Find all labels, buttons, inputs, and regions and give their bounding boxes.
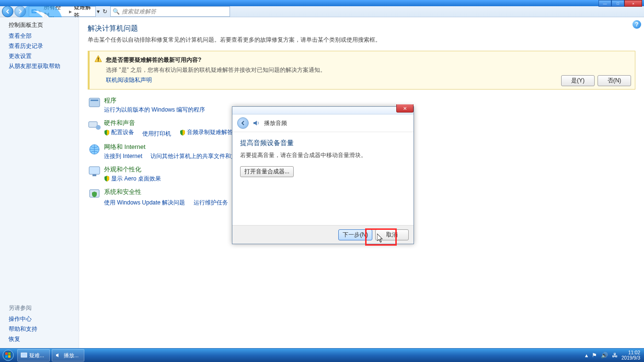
sidebar-also-help[interactable]: 帮助和支持 (9, 325, 37, 333)
dialog-description: 若要提高音量，请在音量合成器中移动音量滑块。 (240, 151, 406, 159)
sidebar-link-settings[interactable]: 更改设置 (9, 52, 79, 60)
svg-rect-19 (21, 353, 27, 357)
dialog-titlebar[interactable]: ✕ (232, 107, 414, 114)
taskbar-item-troubleshoot[interactable]: 疑难... (17, 349, 50, 362)
sidebar-link-view-all[interactable]: 查看全部 (9, 32, 79, 40)
banner-privacy-link[interactable]: 联机阅读隐私声明 (106, 76, 629, 84)
dialog-body: 提高音频设备音量 若要提高音量，请在音量合成器中移动音量滑块。 打开音量合成器.… (232, 132, 414, 184)
link-maintenance[interactable]: 运行维护任务 (194, 199, 228, 207)
system-tray[interactable]: ▴ ⚑ 🔊 🖧 11:02 2019/9/3 (585, 350, 644, 361)
link-windows-update[interactable]: 使用 Windows Update 解决问题 (104, 199, 185, 207)
svg-rect-11 (89, 167, 100, 174)
sidebar-link-history[interactable]: 查看历史记录 (9, 42, 79, 50)
svg-rect-6 (89, 98, 100, 107)
nav-forward-button[interactable] (14, 6, 26, 17)
window-maximize-button[interactable]: □ (611, 0, 624, 7)
banner-no-button[interactable]: 否(N) (598, 75, 631, 86)
svg-rect-18 (8, 355, 11, 358)
window-titlebar: — □ × (0, 0, 644, 6)
svg-rect-7 (91, 100, 98, 101)
tray-network-icon[interactable]: 🖧 (612, 352, 618, 359)
dialog-footer: 下一步(N) 取消 (232, 225, 414, 244)
window-close-button[interactable]: × (624, 0, 642, 7)
dialog-back-button[interactable] (237, 117, 249, 129)
search-input[interactable]: 🔍 搜索疑难解答 (110, 6, 230, 17)
link-audio-record-troubleshoot[interactable]: 音频录制疑难解答 (180, 128, 233, 136)
dialog-cancel-button[interactable]: 取消 (375, 229, 409, 240)
network-icon (88, 143, 101, 156)
dialog-next-button[interactable]: 下一步(N) (338, 229, 372, 240)
sidebar-header: 控制面板主页 (9, 21, 79, 29)
programs-icon (88, 96, 101, 110)
svg-point-9 (96, 125, 101, 130)
dialog-title: 提高音频设备音量 (240, 139, 406, 147)
hardware-icon (88, 119, 101, 132)
page-subtitle: 单击某个任务以自动排除和修复常见的计算机问题。若要查看更多的故障修复方案，请单击… (88, 36, 635, 44)
open-volume-mixer-button[interactable]: 打开音量合成器... (240, 166, 294, 177)
sidebar: 控制面板主页 查看全部 查看历史记录 更改设置 从朋友那里获取帮助 另请参阅 操… (0, 17, 79, 349)
breadcrumb[interactable]: ▸ 所有控制... ▸ 疑难解答 (29, 6, 96, 17)
link-run-legacy-programs[interactable]: 运行为以前版本的 Windows 编写的程序 (104, 106, 205, 114)
link-connect-internet[interactable]: 连接到 Internet (104, 152, 142, 160)
svg-rect-16 (8, 352, 11, 355)
svg-rect-5 (98, 60, 99, 61)
start-button[interactable] (0, 349, 16, 362)
link-use-printer[interactable]: 使用打印机 (142, 130, 171, 138)
control-panel-icon (31, 8, 37, 15)
breadcrumb-dropdown[interactable]: ▾ (97, 8, 100, 15)
dialog-close-button[interactable]: ✕ (396, 104, 414, 113)
search-placeholder: 搜索疑难解答 (122, 8, 156, 16)
nav-back-button[interactable] (2, 6, 13, 17)
svg-rect-4 (98, 57, 99, 60)
search-icon: 🔍 (113, 8, 120, 15)
svg-rect-17 (5, 355, 8, 358)
taskbar-item-audio[interactable]: 播放... (52, 349, 84, 362)
warning-icon (94, 55, 102, 63)
page-title: 解决计算机问题 (88, 24, 635, 33)
link-aero-effects[interactable]: 显示 Aero 桌面效果 (104, 175, 161, 183)
info-banner: 您是否需要疑难解答的最新可用内容? 选择 "是" 之后，您将有权访问最新的联机疑… (88, 51, 635, 90)
svg-rect-8 (89, 122, 97, 127)
shield-icon (104, 176, 110, 181)
troubleshooter-dialog: ✕ 播放音频 提高音频设备音量 若要提高音量，请在音量合成器中移动音量滑块。 打… (232, 106, 414, 244)
banner-body: 选择 "是" 之后，您将有权访问最新的联机疑难解答并接收对已知问题的解决方案通知… (106, 66, 629, 74)
svg-rect-15 (5, 352, 8, 355)
link-configure-device[interactable]: 配置设备 (104, 128, 134, 136)
tray-flag-icon[interactable]: ⚑ (592, 352, 597, 359)
speaker-icon (253, 119, 260, 127)
category-title[interactable]: 程序 (104, 96, 212, 105)
dialog-header-title: 播放音频 (264, 119, 287, 127)
banner-title: 您是否需要疑难解答的最新可用内容? (106, 56, 629, 64)
taskbar[interactable]: 疑难... 播放... ▴ ⚑ 🔊 🖧 11:02 2019/9/3 (0, 348, 644, 362)
banner-yes-button[interactable]: 是(Y) (561, 75, 595, 86)
speaker-icon (55, 352, 62, 359)
tray-clock[interactable]: 11:02 2019/9/3 (621, 350, 640, 361)
breadcrumb-separator: ▸ (69, 8, 72, 15)
breadcrumb-refresh[interactable]: ↻ (103, 8, 107, 15)
svg-rect-3 (33, 10, 36, 12)
shield-icon (180, 130, 185, 136)
sidebar-also-action-center[interactable]: 操作中心 (9, 315, 37, 323)
appearance-icon (88, 165, 101, 179)
sidebar-link-friend-help[interactable]: 从朋友那里获取帮助 (9, 62, 79, 70)
security-icon (88, 188, 101, 201)
svg-rect-12 (92, 174, 96, 176)
tray-volume-icon[interactable]: 🔊 (601, 352, 608, 359)
address-bar: ▸ 所有控制... ▸ 疑难解答 ▾ ↻ 🔍 搜索疑难解答 (0, 6, 644, 17)
tray-chevron-icon[interactable]: ▴ (585, 352, 588, 359)
dialog-header: 播放音频 (232, 114, 414, 132)
sidebar-also-recovery[interactable]: 恢复 (9, 335, 37, 343)
help-icon[interactable]: ? (632, 20, 641, 29)
sidebar-also-header: 另请参阅 (9, 304, 37, 312)
shield-icon (104, 130, 110, 136)
window-minimize-button[interactable]: — (598, 0, 611, 7)
category-title[interactable]: 外观和个性化 (104, 165, 168, 174)
window-icon (21, 352, 27, 359)
breadcrumb-separator: ▸ (39, 8, 42, 15)
